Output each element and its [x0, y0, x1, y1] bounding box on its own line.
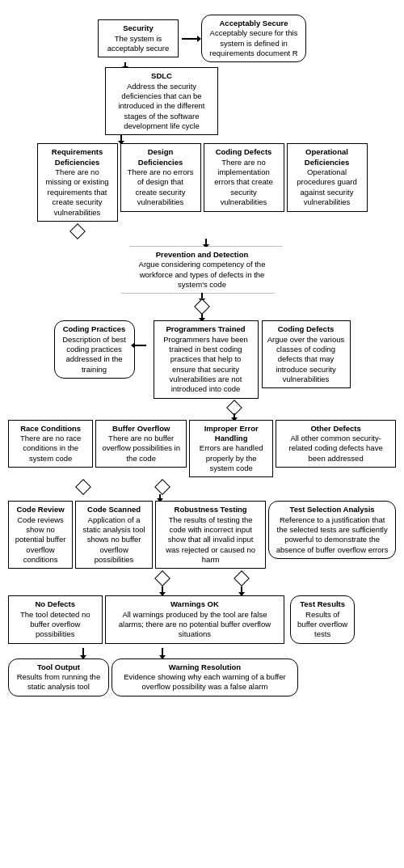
test-selection-title: Test Selection Analysis	[290, 505, 375, 514]
coding-defects2-title: Coding Defects	[278, 324, 335, 333]
prevention-node: Prevention and Detection Argue consideri…	[121, 247, 283, 293]
coding-defects-body: There are no implementation errors that …	[214, 158, 272, 206]
warnings-ok-body: All warnings produced by the tool are fa…	[119, 610, 271, 639]
acceptably-secure-node: Acceptably Secure Acceptably secure for …	[201, 15, 306, 62]
prevention-body: Argue considering competency of the work…	[139, 260, 266, 289]
test-results-title: Test Results	[300, 599, 345, 608]
prevention-container: Prevention and Detection Argue consideri…	[121, 247, 283, 293]
programmers-trained-node: Programmers Trained Programmers have bee…	[154, 320, 259, 398]
acceptably-secure-title: Acceptably Secure	[219, 19, 288, 28]
code-scanned-body: Application of a static analysis tool sh…	[83, 515, 145, 564]
race-conditions-title: Race Conditions	[20, 424, 81, 433]
diamond13-wrap	[204, 573, 280, 584]
tool-output-title: Tool Output	[37, 663, 80, 671]
other-defects-body: All other common security-related coding…	[289, 434, 383, 463]
sdlc-node: SDLC Address the security deficiencies t…	[105, 67, 218, 135]
acceptably-secure-body: Acceptably secure for this system is def…	[209, 28, 297, 57]
race-conditions-node: Race Conditions There are no race condit…	[8, 420, 93, 468]
design-def-title: Design Deficiencies	[138, 147, 183, 166]
design-deficiencies-node: Design Deficiencies There are no errors …	[120, 143, 201, 211]
arrow10	[82, 648, 84, 656]
security-node: Security The system is acceptably secure	[98, 19, 179, 57]
code-scanned-node: Code Scanned Application of a static ana…	[75, 501, 153, 569]
coding-defects2-node: Coding Defects Argue over the various cl…	[262, 320, 351, 388]
security-title: Security	[123, 23, 154, 32]
req-def-title: Requirements Deficiencies	[52, 147, 103, 166]
arrow2	[120, 135, 122, 142]
diamond13	[234, 571, 250, 587]
diamond7-wrap	[45, 481, 122, 493]
operational-def-title: Operational Deficiencies	[305, 147, 349, 166]
programmers-col	[138, 320, 150, 346]
warnings-ok-title: Warnings OK	[170, 599, 219, 608]
arrow6	[234, 413, 235, 418]
diamond1	[69, 223, 86, 239]
diamond5	[194, 299, 210, 315]
coding-practices-title: Coding Practices	[63, 324, 126, 333]
diamond7	[75, 479, 91, 495]
warning-resolution-body: Evidence showing why each warning of a b…	[124, 672, 286, 691]
arrow8	[162, 586, 163, 593]
arrow-cp-to-pt	[134, 345, 146, 346]
test-results-body: Results of buffer overflow tests	[297, 610, 347, 639]
race-conditions-body: There are no race conditions in the syst…	[20, 434, 82, 463]
programmers-trained-body: Programmers have been trained in best co…	[163, 335, 248, 394]
robustness-testing-node: Robustness Testing The results of testin…	[155, 501, 266, 569]
test-results-node: Test Results Results of buffer overflow …	[290, 595, 355, 643]
operational-def-body: Operational procedures guard against sec…	[297, 167, 356, 206]
robustness-testing-title: Robustness Testing	[175, 505, 247, 514]
security-body: The system is acceptably secure	[107, 34, 170, 53]
coding-practices-node: Coding Practices Description of best cod…	[54, 320, 135, 379]
arrow3	[205, 239, 207, 245]
test-selection-node: Test Selection Analysis Reference to a j…	[268, 501, 396, 559]
operational-def-node: Operational Deficiencies Operational pro…	[287, 143, 368, 211]
warning-resolution-title: Warning Resolution	[169, 663, 241, 671]
arrow5	[201, 314, 203, 319]
sdlc-title: SDLC	[151, 71, 172, 80]
programmers-trained-title: Programmers Trained	[166, 324, 245, 333]
sdlc-body: Address the security deficiencies that c…	[118, 82, 204, 130]
arrow7	[159, 494, 161, 499]
req-def-body: There are no missing or existing require…	[45, 167, 108, 216]
warnings-ok-node: Warnings OK All warnings produced by the…	[105, 595, 285, 643]
prevention-title: Prevention and Detection	[156, 250, 249, 259]
arrow9	[241, 586, 242, 593]
improper-error-node: Improper Error Handling Errors are handl…	[189, 420, 273, 478]
buffer-overflow-node: Buffer Overflow There are no buffer over…	[95, 420, 187, 468]
diamond8-wrap	[124, 481, 201, 493]
other-defects-title: Other Defects	[310, 424, 360, 433]
arrow11	[162, 648, 163, 656]
improper-error-body: Errors are handled properly by the syste…	[200, 443, 263, 472]
diamond6-row	[229, 402, 240, 413]
diamond5-row	[8, 299, 396, 314]
diamond12-wrap	[124, 573, 201, 584]
no-defects-title: No Defects	[35, 599, 75, 608]
req-deficiencies-node: Requirements Deficiencies There are no m…	[37, 143, 118, 221]
tool-output-node: Tool Output Results from running the sta…	[8, 658, 109, 697]
test-selection-body: Reference to a justification that the se…	[276, 515, 389, 554]
code-review-node: Code Review Code reviews show no potenti…	[8, 501, 73, 569]
improper-error-title: Improper Error Handling	[204, 424, 259, 442]
other-defects-node: Other Defects All other common security-…	[276, 420, 396, 468]
buffer-overflow-title: Buffer Overflow	[112, 424, 170, 433]
security-diagram: Security The system is acceptably secure…	[8, 8, 396, 713]
code-scanned-title: Code Scanned	[87, 505, 141, 514]
diamond1-wrap	[37, 226, 118, 237]
tool-output-body: Results from running the static analysis…	[17, 672, 101, 691]
diamond8	[154, 479, 170, 495]
coding-defects2-body: Argue over the various classes of coding…	[267, 335, 345, 383]
code-review-body: Code reviews show no potential buffer ov…	[15, 515, 66, 564]
coding-defects-title: Coding Defects	[216, 147, 272, 156]
no-defects-body: The tool detected no buffer overflow pos…	[20, 610, 90, 639]
coding-defects-node: Coding Defects There are no implementati…	[204, 143, 284, 211]
no-defects-node: No Defects The tool detected no buffer o…	[8, 595, 103, 643]
robustness-testing-body: The results of testing the code with inc…	[166, 515, 255, 564]
code-review-title: Code Review	[16, 505, 64, 514]
arrow-security-to-acceptable	[182, 38, 198, 40]
diamond12	[154, 571, 170, 587]
buffer-overflow-body: There are no buffer overflow possibiliti…	[102, 434, 180, 463]
coding-practices-body: Description of best coding practices add…	[62, 335, 126, 374]
warning-resolution-node: Warning Resolution Evidence showing why …	[112, 658, 298, 697]
design-def-body: There are no errors of design that creat…	[128, 167, 194, 206]
